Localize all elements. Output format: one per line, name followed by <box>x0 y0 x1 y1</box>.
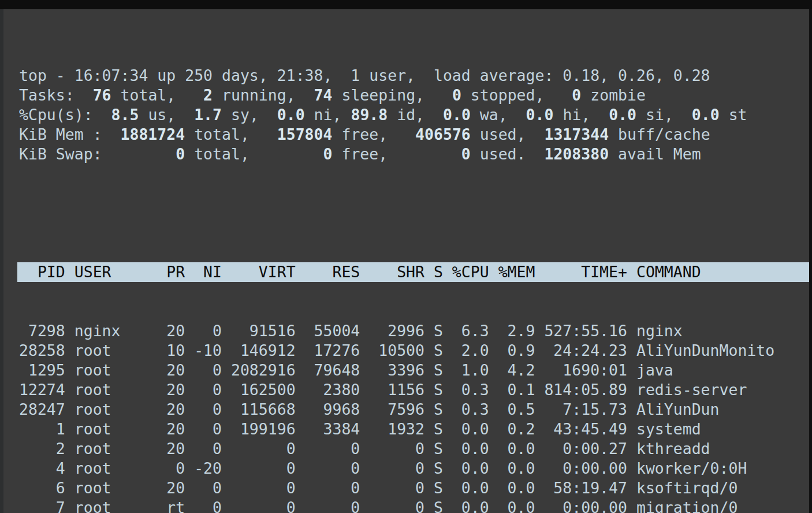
terminal-left-edge <box>0 9 3 513</box>
summary-line: Tasks: 76 total, 2 running, 74 sleeping,… <box>19 86 809 105</box>
window-top-bar <box>0 0 812 9</box>
blank-line <box>19 203 809 223</box>
summary-line: %Cpu(s): 8.5 us, 1.7 sy, 0.0 ni, 89.8 id… <box>19 105 809 125</box>
process-table: 7298 nginx 20 0 91516 55004 2996 S 6.3 2… <box>19 321 809 513</box>
summary-line: KiB Swap: 0 total, 0 free, 0 used. 12083… <box>19 144 809 164</box>
process-row: 4 root 0 -20 0 0 0 S 0.0 0.0 0:00.00 kwo… <box>19 459 809 478</box>
process-row: 7 root rt 0 0 0 0 S 0.0 0.0 0:00.00 migr… <box>19 498 809 513</box>
process-table-header: PID USER PR NI VIRT RES SHR S %CPU %MEM … <box>17 262 809 282</box>
process-row: 7298 nginx 20 0 91516 55004 2996 S 6.3 2… <box>19 321 809 341</box>
process-row: 28247 root 20 0 115668 9968 7596 S 0.3 0… <box>19 400 809 419</box>
process-row: 28258 root 10 -10 146912 17276 10500 S 2… <box>19 341 809 360</box>
process-row: 12274 root 20 0 162500 2380 1156 S 0.3 0… <box>19 380 809 400</box>
process-row: 6 root 20 0 0 0 0 S 0.0 0.0 58:19.47 kso… <box>19 478 809 498</box>
summary-line: KiB Mem : 1881724 total, 157804 free, 40… <box>19 125 809 144</box>
terminal-right-edge <box>809 9 812 513</box>
process-row: 1295 root 20 0 2082916 79648 3396 S 1.0 … <box>19 360 809 380</box>
top-summary: top - 16:07:34 up 250 days, 21:38, 1 use… <box>19 66 809 164</box>
process-row: 1 root 20 0 199196 3384 1932 S 0.0 0.2 4… <box>19 419 809 439</box>
process-row: 2 root 20 0 0 0 0 S 0.0 0.0 0:00.27 kthr… <box>19 439 809 459</box>
summary-line: top - 16:07:34 up 250 days, 21:38, 1 use… <box>19 66 809 86</box>
terminal-output[interactable]: top - 16:07:34 up 250 days, 21:38, 1 use… <box>19 27 809 513</box>
